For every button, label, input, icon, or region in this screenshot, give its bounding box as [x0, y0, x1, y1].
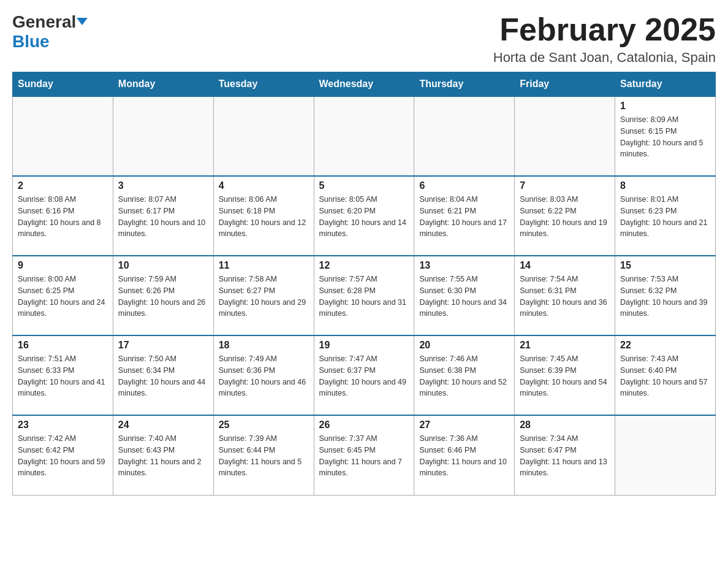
page-header: GeneralBlue February 2025 Horta de Sant …	[12, 12, 716, 66]
week-row-3: 9Sunrise: 8:00 AM Sunset: 6:25 PM Daylig…	[13, 256, 716, 335]
day-number: 26	[319, 419, 409, 431]
header-monday: Monday	[113, 72, 213, 97]
day-number: 22	[620, 340, 710, 351]
week-row-1: 1Sunrise: 8:09 AM Sunset: 6:15 PM Daylig…	[13, 96, 716, 176]
cell-week2-day0: 2Sunrise: 8:08 AM Sunset: 6:16 PM Daylig…	[13, 176, 113, 256]
cell-week4-day1: 17Sunrise: 7:50 AM Sunset: 6:34 PM Dayli…	[113, 335, 213, 415]
cell-week3-day6: 15Sunrise: 7:53 AM Sunset: 6:32 PM Dayli…	[615, 256, 716, 335]
day-number: 11	[219, 260, 309, 271]
day-number: 25	[219, 419, 309, 431]
cell-week2-day3: 5Sunrise: 8:05 AM Sunset: 6:20 PM Daylig…	[314, 176, 414, 256]
day-info: Sunrise: 7:37 AM Sunset: 6:45 PM Dayligh…	[319, 433, 409, 479]
cell-week5-day1: 24Sunrise: 7:40 AM Sunset: 6:43 PM Dayli…	[113, 415, 213, 495]
logo-text: GeneralBlue	[12, 12, 88, 52]
header-saturday: Saturday	[615, 72, 716, 97]
cell-week3-day0: 9Sunrise: 8:00 AM Sunset: 6:25 PM Daylig…	[13, 256, 113, 335]
calendar-table: Sunday Monday Tuesday Wednesday Thursday…	[12, 72, 716, 496]
cell-week3-day5: 14Sunrise: 7:54 AM Sunset: 6:31 PM Dayli…	[515, 256, 615, 335]
day-info: Sunrise: 7:49 AM Sunset: 6:36 PM Dayligh…	[219, 353, 309, 399]
day-info: Sunrise: 7:59 AM Sunset: 6:26 PM Dayligh…	[118, 274, 208, 320]
day-number: 5	[319, 180, 409, 191]
day-info: Sunrise: 7:36 AM Sunset: 6:46 PM Dayligh…	[419, 433, 509, 479]
day-info: Sunrise: 8:07 AM Sunset: 6:17 PM Dayligh…	[118, 194, 208, 240]
cell-week1-day1	[113, 96, 213, 176]
day-info: Sunrise: 7:54 AM Sunset: 6:31 PM Dayligh…	[520, 274, 610, 320]
header-friday: Friday	[515, 72, 615, 97]
week-row-2: 2Sunrise: 8:08 AM Sunset: 6:16 PM Daylig…	[13, 176, 716, 256]
cell-week3-day4: 13Sunrise: 7:55 AM Sunset: 6:30 PM Dayli…	[414, 256, 515, 335]
day-number: 8	[620, 180, 710, 191]
cell-week4-day2: 18Sunrise: 7:49 AM Sunset: 6:36 PM Dayli…	[213, 335, 314, 415]
day-number: 18	[219, 340, 309, 351]
day-number: 14	[520, 260, 610, 271]
day-info: Sunrise: 7:43 AM Sunset: 6:40 PM Dayligh…	[620, 353, 710, 399]
day-info: Sunrise: 7:42 AM Sunset: 6:42 PM Dayligh…	[18, 433, 108, 479]
logo: GeneralBlue	[12, 12, 88, 52]
day-info: Sunrise: 8:09 AM Sunset: 6:15 PM Dayligh…	[620, 114, 710, 160]
day-number: 10	[118, 260, 208, 271]
cell-week4-day5: 21Sunrise: 7:45 AM Sunset: 6:39 PM Dayli…	[515, 335, 615, 415]
cell-week3-day2: 11Sunrise: 7:58 AM Sunset: 6:27 PM Dayli…	[213, 256, 314, 335]
day-info: Sunrise: 8:03 AM Sunset: 6:22 PM Dayligh…	[520, 194, 610, 240]
day-number: 15	[620, 260, 710, 271]
title-block: February 2025 Horta de Sant Joan, Catalo…	[493, 12, 716, 66]
cell-week2-day4: 6Sunrise: 8:04 AM Sunset: 6:21 PM Daylig…	[414, 176, 515, 256]
cell-week2-day1: 3Sunrise: 8:07 AM Sunset: 6:17 PM Daylig…	[113, 176, 213, 256]
cell-week4-day0: 16Sunrise: 7:51 AM Sunset: 6:33 PM Dayli…	[13, 335, 113, 415]
day-info: Sunrise: 7:45 AM Sunset: 6:39 PM Dayligh…	[520, 353, 610, 399]
cell-week3-day1: 10Sunrise: 7:59 AM Sunset: 6:26 PM Dayli…	[113, 256, 213, 335]
week-row-5: 23Sunrise: 7:42 AM Sunset: 6:42 PM Dayli…	[13, 415, 716, 495]
day-number: 3	[118, 180, 208, 191]
day-number: 20	[419, 340, 509, 351]
cell-week1-day0	[13, 96, 113, 176]
header-wednesday: Wednesday	[314, 72, 414, 97]
cell-week4-day3: 19Sunrise: 7:47 AM Sunset: 6:37 PM Dayli…	[314, 335, 414, 415]
day-number: 9	[18, 260, 108, 271]
day-info: Sunrise: 7:39 AM Sunset: 6:44 PM Dayligh…	[219, 433, 309, 479]
location-subtitle: Horta de Sant Joan, Catalonia, Spain	[493, 50, 716, 66]
day-info: Sunrise: 7:34 AM Sunset: 6:47 PM Dayligh…	[520, 433, 610, 479]
day-info: Sunrise: 7:50 AM Sunset: 6:34 PM Dayligh…	[118, 353, 208, 399]
header-thursday: Thursday	[414, 72, 515, 97]
day-info: Sunrise: 7:46 AM Sunset: 6:38 PM Dayligh…	[419, 353, 509, 399]
week-row-4: 16Sunrise: 7:51 AM Sunset: 6:33 PM Dayli…	[13, 335, 716, 415]
cell-week1-day4	[414, 96, 515, 176]
day-number: 6	[419, 180, 509, 191]
cell-week2-day5: 7Sunrise: 8:03 AM Sunset: 6:22 PM Daylig…	[515, 176, 615, 256]
day-info: Sunrise: 8:06 AM Sunset: 6:18 PM Dayligh…	[219, 194, 309, 240]
cell-week5-day5: 28Sunrise: 7:34 AM Sunset: 6:47 PM Dayli…	[515, 415, 615, 495]
day-number: 4	[219, 180, 309, 191]
cell-week5-day0: 23Sunrise: 7:42 AM Sunset: 6:42 PM Dayli…	[13, 415, 113, 495]
cell-week1-day6: 1Sunrise: 8:09 AM Sunset: 6:15 PM Daylig…	[615, 96, 716, 176]
cell-week1-day3	[314, 96, 414, 176]
cell-week5-day2: 25Sunrise: 7:39 AM Sunset: 6:44 PM Dayli…	[213, 415, 314, 495]
day-info: Sunrise: 7:40 AM Sunset: 6:43 PM Dayligh…	[118, 433, 208, 479]
cell-week2-day2: 4Sunrise: 8:06 AM Sunset: 6:18 PM Daylig…	[213, 176, 314, 256]
cell-week5-day6	[615, 415, 716, 495]
day-info: Sunrise: 7:58 AM Sunset: 6:27 PM Dayligh…	[219, 274, 309, 320]
day-number: 24	[118, 419, 208, 431]
day-info: Sunrise: 8:04 AM Sunset: 6:21 PM Dayligh…	[419, 194, 509, 240]
cell-week5-day4: 27Sunrise: 7:36 AM Sunset: 6:46 PM Dayli…	[414, 415, 515, 495]
cell-week1-day5	[515, 96, 615, 176]
day-info: Sunrise: 7:51 AM Sunset: 6:33 PM Dayligh…	[18, 353, 108, 399]
weekday-header-row: Sunday Monday Tuesday Wednesday Thursday…	[13, 72, 716, 97]
day-info: Sunrise: 7:57 AM Sunset: 6:28 PM Dayligh…	[319, 274, 409, 320]
day-number: 27	[419, 419, 509, 431]
day-info: Sunrise: 8:01 AM Sunset: 6:23 PM Dayligh…	[620, 194, 710, 240]
day-info: Sunrise: 7:47 AM Sunset: 6:37 PM Dayligh…	[319, 353, 409, 399]
day-number: 23	[18, 419, 108, 431]
day-number: 1	[620, 101, 710, 112]
cell-week1-day2	[213, 96, 314, 176]
day-number: 17	[118, 340, 208, 351]
day-number: 12	[319, 260, 409, 271]
day-info: Sunrise: 8:00 AM Sunset: 6:25 PM Dayligh…	[18, 274, 108, 320]
day-number: 21	[520, 340, 610, 351]
day-info: Sunrise: 7:55 AM Sunset: 6:30 PM Dayligh…	[419, 274, 509, 320]
day-number: 28	[520, 419, 610, 431]
day-number: 16	[18, 340, 108, 351]
day-info: Sunrise: 8:05 AM Sunset: 6:20 PM Dayligh…	[319, 194, 409, 240]
day-info: Sunrise: 7:53 AM Sunset: 6:32 PM Dayligh…	[620, 274, 710, 320]
day-number: 7	[520, 180, 610, 191]
cell-week2-day6: 8Sunrise: 8:01 AM Sunset: 6:23 PM Daylig…	[615, 176, 716, 256]
